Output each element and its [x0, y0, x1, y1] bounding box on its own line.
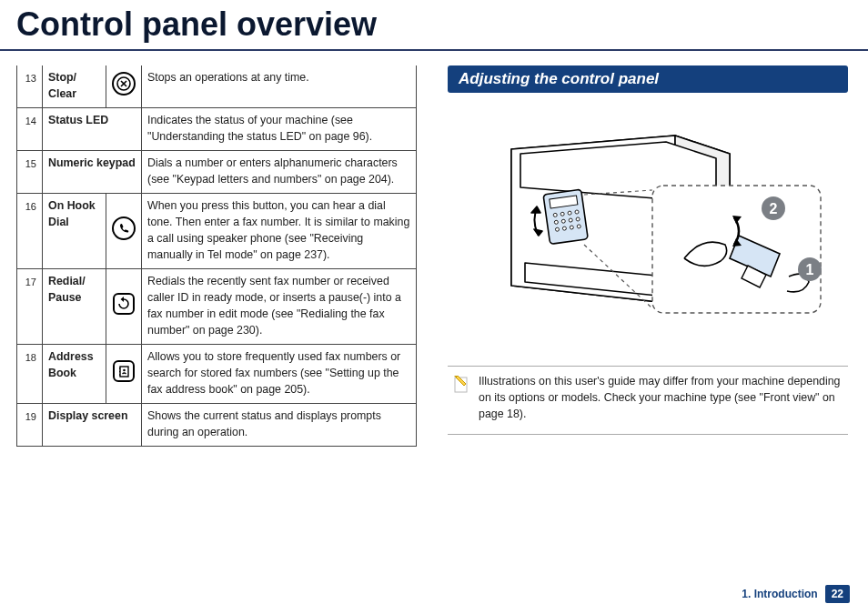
row-desc: Redials the recently sent fax number or … [142, 268, 417, 344]
row-name: Display screen [43, 403, 142, 446]
row-number: 19 [17, 403, 43, 446]
left-column: 13 Stop/ Clear Stops an operations at an… [16, 65, 417, 447]
row-icon-cell [106, 193, 142, 268]
row-number: 17 [17, 268, 43, 344]
row-name: Stop/ Clear [43, 65, 106, 107]
redial-pause-icon [112, 306, 136, 318]
table-row: 17 Redial/ Pause Redials the recently se… [17, 268, 417, 344]
svg-point-20 [561, 219, 566, 224]
control-panel-table: 13 Stop/ Clear Stops an operations at an… [16, 65, 417, 447]
svg-point-21 [569, 218, 573, 223]
table-row: 18 Address Book [17, 344, 417, 403]
row-name: Address Book [43, 344, 106, 403]
page-title: Control panel overview [0, 0, 868, 51]
svg-marker-6 [121, 297, 125, 302]
svg-point-24 [562, 226, 567, 231]
row-icon-cell [106, 344, 142, 403]
svg-point-15 [553, 213, 558, 217]
row-icon-cell [106, 65, 142, 107]
row-name: On Hook Dial [43, 193, 106, 268]
row-name: Status LED [43, 107, 142, 150]
row-name: Redial/ Pause [43, 268, 106, 344]
svg-rect-8 [120, 367, 128, 377]
svg-point-25 [570, 226, 574, 230]
note-text: Illustrations on this user's guide may d… [479, 374, 843, 423]
right-column: Adjusting the control panel [448, 65, 848, 447]
svg-point-22 [576, 217, 580, 222]
address-book-icon [112, 373, 136, 386]
page-number: 22 [825, 585, 850, 603]
table-row: 16 On Hook Dial When you press this butt… [17, 193, 417, 268]
svg-point-23 [555, 227, 560, 232]
table-row: 13 Stop/ Clear Stops an operations at an… [17, 65, 417, 107]
svg-point-16 [560, 212, 565, 216]
row-desc: Stops an operations at any time. [142, 65, 417, 107]
callout-one: 1 [806, 262, 814, 277]
row-desc: Allows you to store frequently used fax … [142, 344, 417, 403]
svg-point-4 [113, 217, 135, 239]
chapter-label: 1. Introduction [742, 588, 817, 600]
row-desc: Indicates the status of your machine (se… [142, 107, 417, 150]
on-hook-dial-icon [112, 230, 136, 243]
callout-two: 2 [770, 201, 778, 216]
row-desc: Shows the current status and displays pr… [142, 403, 417, 446]
row-number: 15 [17, 150, 43, 193]
svg-point-12 [123, 368, 126, 371]
row-desc: When you press this button, you can hear… [142, 193, 417, 268]
row-number: 13 [17, 65, 43, 107]
table-row: 19 Display screen Shows the current stat… [17, 403, 417, 446]
row-icon-cell [106, 268, 142, 344]
svg-point-17 [568, 211, 572, 216]
page-footer: 1. Introduction 22 [742, 585, 850, 603]
svg-point-26 [577, 225, 581, 229]
row-name: Numeric keypad [43, 150, 142, 193]
pencil-note-icon [453, 374, 469, 423]
note-box: Illustrations on this user's guide may d… [448, 366, 848, 435]
table-row: 15 Numeric keypad Dials a number or ente… [17, 150, 417, 193]
row-desc: Dials a number or enters alphanumeric ch… [142, 150, 417, 193]
stop-clear-icon [112, 86, 136, 98]
table-row: 14 Status LED Indicates the status of yo… [17, 107, 417, 150]
row-number: 18 [17, 344, 43, 403]
row-number: 14 [17, 107, 43, 150]
printer-illustration: 2 1 [448, 104, 848, 358]
svg-point-18 [575, 210, 580, 215]
svg-point-19 [554, 220, 559, 225]
row-number: 16 [17, 193, 43, 268]
section-header: Adjusting the control panel [448, 65, 848, 93]
